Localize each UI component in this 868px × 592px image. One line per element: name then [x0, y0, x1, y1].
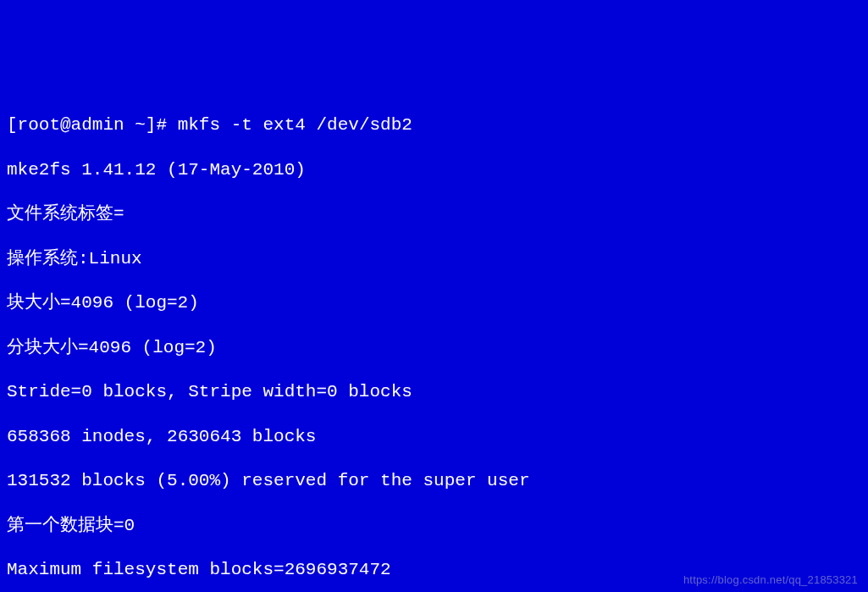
- output-line: 文件系统标签=: [7, 203, 861, 225]
- prompt: [root@admin ~]#: [7, 115, 178, 135]
- output-line: 操作系统:Linux: [7, 248, 861, 270]
- terminal-output: [root@admin ~]# mkfs -t ext4 /dev/sdb2 m…: [7, 92, 861, 592]
- output-line: 块大小=4096 (log=2): [7, 292, 861, 314]
- output-line: Stride=0 blocks, Stripe width=0 blocks: [7, 381, 861, 403]
- command-text: mkfs -t ext4 /dev/sdb2: [178, 115, 412, 135]
- watermark-text: https://blog.csdn.net/qq_21853321: [683, 573, 858, 587]
- output-line: 131532 blocks (5.00%) reserved for the s…: [7, 470, 861, 492]
- output-line: mke2fs 1.41.12 (17-May-2010): [7, 159, 861, 181]
- output-line: 第一个数据块=0: [7, 515, 861, 537]
- output-line: 658368 inodes, 2630643 blocks: [7, 426, 861, 448]
- command-line[interactable]: [root@admin ~]# mkfs -t ext4 /dev/sdb2: [7, 114, 861, 136]
- output-line: 分块大小=4096 (log=2): [7, 337, 861, 359]
